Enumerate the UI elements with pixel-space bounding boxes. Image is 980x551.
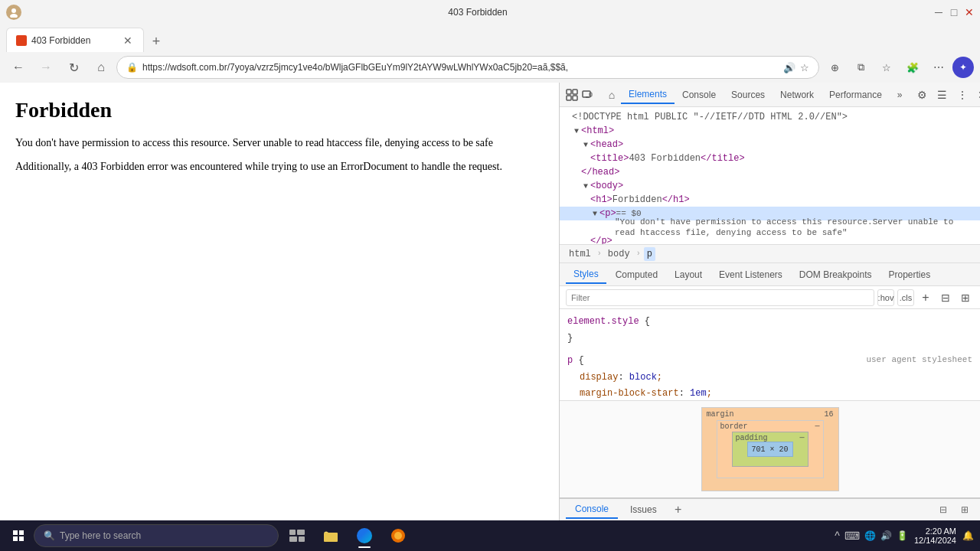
border-value: ─ [815, 422, 819, 431]
svg-rect-9 [289, 530, 296, 535]
svg-rect-13 [324, 533, 338, 542]
tree-row-title[interactable]: <title>403 Forbidden</title> [560, 152, 980, 165]
tree-row-head-close[interactable]: </head> [560, 165, 980, 179]
extensions-button[interactable]: ⊕ [822, 55, 847, 80]
tab-event-listeners[interactable]: Event Listeners [711, 266, 790, 283]
console-tab[interactable]: Console [566, 500, 618, 519]
nav-right: ⊕ ⧉ ☆ 🧩 ⋯ ✦ [822, 55, 974, 80]
breadcrumb-body[interactable]: body [605, 247, 633, 261]
devtools-tab-sources[interactable]: Sources [724, 86, 773, 103]
restore-button[interactable]: □ [949, 8, 959, 17]
browser-chrome: 403 Forbidden ─ □ ✕ 403 Forbidden ✕ + ← … [0, 0, 980, 83]
tree-row-html[interactable]: ▼ <html> [560, 124, 980, 138]
taskbar: 🔍 Type here to search ^ ⌨ 🌐 [0, 520, 980, 551]
devtools-tab-performance[interactable]: Performance [822, 86, 890, 103]
box-model-margin: margin 16 border ─ padding ─ 701 × 20 [701, 407, 839, 491]
devtools-home-button[interactable]: ⌂ [603, 86, 621, 104]
add-style-rule-button[interactable]: + [917, 289, 934, 306]
tab-properties[interactable]: Properties [881, 266, 939, 283]
start-button[interactable] [6, 523, 31, 548]
close-window-button[interactable]: ✕ [965, 8, 974, 17]
box-model-container: margin 16 border ─ padding ─ 701 × 20 [560, 400, 980, 497]
tree-row-body[interactable]: ▼ <body> [560, 179, 980, 193]
breadcrumb-html[interactable]: html [566, 247, 594, 261]
box-model-content: 701 × 20 [747, 442, 793, 457]
tree-row-head[interactable]: ▼ <head> [560, 138, 980, 152]
hov-button[interactable]: :hov [877, 289, 894, 306]
devtools-panel: ⌂ Elements Console Sources Network Perfo… [559, 83, 980, 520]
copilot-button[interactable]: ✦ [952, 57, 974, 78]
systray-chevron[interactable]: ^ [835, 530, 840, 542]
back-button[interactable]: ← [6, 55, 31, 80]
edge-icon [357, 528, 372, 543]
layout-icon-button[interactable]: ⊞ [957, 289, 974, 306]
tree-row-h1[interactable]: <h1>Forbidden</h1> [560, 193, 980, 207]
devtools-tabs: ⌂ Elements Console Sources Network Perfo… [603, 86, 910, 104]
taskbar-clock[interactable]: 2:20 AM 12/14/2024 [914, 527, 956, 545]
devtools-tab-elements[interactable]: Elements [621, 86, 675, 104]
inspect-element-button[interactable] [566, 86, 578, 104]
tree-row-doctype[interactable]: <!DOCTYPE html PUBLIC "-//IETF//DTD HTML… [560, 110, 980, 124]
devtools-focus-button[interactable]: ☰ [933, 86, 952, 104]
edge-browser-button[interactable] [349, 522, 380, 549]
breadcrumb-p[interactable]: p [644, 247, 655, 261]
devtools-tab-network[interactable]: Network [773, 86, 822, 103]
devtools-settings-button[interactable]: ⚙ [913, 86, 932, 104]
tab-computed[interactable]: Computed [608, 266, 665, 283]
address-bar[interactable]: 🔒 https://wdsoft.com.br/7yoya/vzrz5jmcy1… [116, 56, 819, 79]
devtools-tab-more[interactable]: » [890, 86, 910, 103]
toggle-sidebar-button[interactable]: ⊟ [937, 289, 954, 306]
keyboard-icon[interactable]: ⌨ [844, 530, 860, 542]
issues-tab[interactable]: Issues [621, 501, 666, 518]
tab-layout[interactable]: Layout [667, 266, 710, 283]
split-tab-button[interactable]: ⧉ [848, 55, 873, 80]
svg-rect-5 [573, 96, 577, 100]
device-emulation-button[interactable] [581, 86, 593, 104]
forward-button[interactable]: → [34, 55, 58, 80]
page-content: Forbidden You don't have permission to a… [0, 83, 559, 520]
content-size: 701 × 20 [751, 445, 788, 454]
styles-filter-input[interactable] [566, 289, 874, 306]
windows-logo [13, 530, 24, 541]
margin-label: margin [707, 410, 734, 419]
settings-more-button[interactable]: ⋯ [926, 55, 951, 80]
browser-tab[interactable]: 403 Forbidden ✕ [6, 28, 144, 52]
read-aloud-icon[interactable]: 🔊 [783, 62, 795, 73]
dock-side-button[interactable]: ⊞ [956, 500, 974, 519]
svg-rect-3 [567, 96, 571, 100]
favorites-icon[interactable]: ☆ [800, 62, 809, 73]
svg-rect-11 [289, 536, 297, 542]
minimize-button[interactable]: ─ [934, 8, 943, 17]
firefox-button[interactable] [383, 522, 413, 549]
browser-extensions-button[interactable]: 🧩 [900, 55, 925, 80]
home-button[interactable]: ⌂ [89, 55, 113, 80]
tab-styles[interactable]: Styles [566, 266, 606, 284]
tab-dom-breakpoints[interactable]: DOM Breakpoints [792, 266, 880, 283]
refresh-button[interactable]: ↻ [61, 55, 86, 80]
battery-icon[interactable]: 🔋 [897, 530, 908, 541]
devtools-tab-console[interactable]: Console [675, 86, 724, 103]
padding-label: padding [736, 434, 768, 442]
tab-close-button[interactable]: ✕ [122, 34, 134, 47]
styles-sub-tabs: Styles Computed Layout Event Listeners D… [560, 263, 980, 286]
notification-icon[interactable]: 🔔 [962, 530, 974, 541]
network-icon[interactable]: 🌐 [864, 530, 876, 541]
cls-button[interactable]: .cls [897, 289, 914, 306]
dock-bottom-button[interactable]: ⊟ [934, 500, 952, 519]
window-title: 403 Forbidden [28, 7, 928, 18]
file-explorer-button[interactable] [315, 522, 346, 549]
devtools-more-button[interactable]: ⋮ [953, 86, 972, 104]
favorites-button[interactable]: ☆ [874, 55, 899, 80]
profile-avatar[interactable] [6, 5, 21, 20]
title-bar-left [6, 5, 21, 20]
svg-rect-12 [299, 536, 305, 542]
devtools-close-button[interactable]: ✕ [973, 86, 981, 104]
page-paragraph-2: Additionally, a 403 Forbidden error was … [15, 158, 544, 174]
new-tab-button[interactable]: + [145, 31, 167, 52]
tree-row-p-text[interactable]: "You don't have permission to access thi… [560, 220, 980, 234]
elements-tree[interactable]: <!DOCTYPE html PUBLIC "-//IETF//DTD HTML… [560, 107, 980, 245]
volume-icon[interactable]: 🔊 [880, 530, 892, 541]
add-tab-button[interactable]: + [669, 500, 688, 519]
task-view-button[interactable] [282, 522, 312, 549]
taskbar-search[interactable]: 🔍 Type here to search [34, 524, 279, 547]
